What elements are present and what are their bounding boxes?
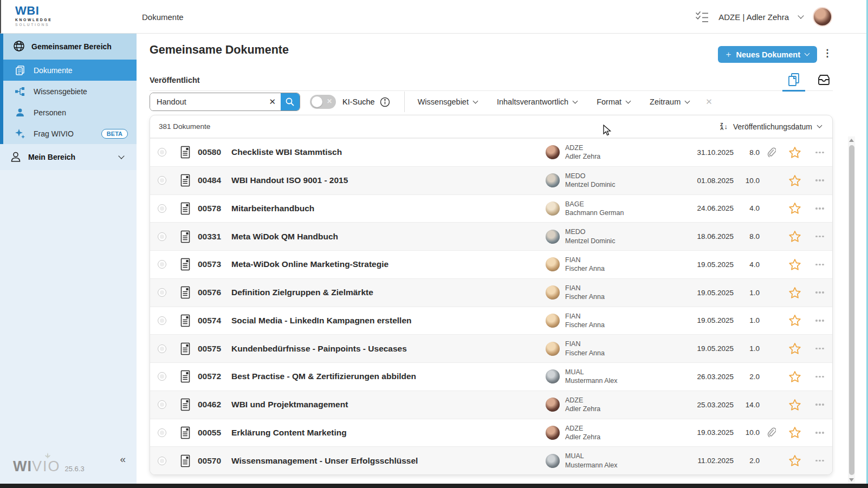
row-kebab-menu[interactable]: [807, 460, 832, 462]
row-radio[interactable]: [158, 457, 166, 465]
row-radio[interactable]: [158, 232, 166, 241]
user-avatar[interactable]: [813, 7, 832, 27]
document-file-icon: [174, 454, 198, 467]
info-icon[interactable]: [380, 97, 390, 107]
row-kebab-menu[interactable]: [807, 432, 832, 434]
filter-inhaltsverantwortlich[interactable]: Inhaltsverantwortlich: [497, 97, 577, 106]
sidebar-item-label: Wissensgebiete: [34, 87, 87, 96]
table-row[interactable]: 00331 Meta WiDok QM Handbuch MEDO Mentze…: [150, 222, 832, 250]
tab-archive-view[interactable]: [817, 73, 831, 87]
table-row[interactable]: 00573 Meta-WiDok Online Marketing-Strate…: [150, 250, 832, 278]
person-name: Fischer Anna: [565, 264, 605, 273]
row-kebab-menu[interactable]: [807, 152, 832, 154]
favorite-star-icon[interactable]: [782, 399, 807, 411]
filter-wissensgebiet[interactable]: Wissensgebiet: [418, 97, 477, 106]
person-name: Adler Zehra: [565, 405, 600, 413]
scrollbar-thumb[interactable]: [849, 145, 854, 475]
row-kebab-menu[interactable]: [807, 179, 832, 181]
scrollbar-down-arrow[interactable]: [848, 476, 855, 484]
favorite-star-icon[interactable]: [782, 454, 807, 467]
document-title: Mitarbeiterhandbuch: [229, 204, 546, 213]
document-file-icon: [174, 146, 198, 159]
row-kebab-menu[interactable]: [807, 236, 832, 238]
filter-label: Wissensgebiet: [418, 97, 469, 106]
sidebar-item-frag-wivio[interactable]: Frag WIVIO BETA: [3, 123, 137, 144]
row-radio[interactable]: [158, 400, 166, 409]
search-clear-icon[interactable]: ✕: [264, 93, 281, 110]
list-scrollbar[interactable]: [848, 136, 855, 484]
table-row[interactable]: 00484 WBI Handout ISO 9001 - 2015 MEDO M…: [150, 166, 832, 194]
row-kebab-menu[interactable]: [807, 404, 832, 406]
row-radio[interactable]: [158, 316, 166, 325]
page-title: Gemeinsame Dokumente: [150, 43, 289, 57]
search-input[interactable]: [150, 93, 264, 110]
favorite-star-icon[interactable]: [782, 370, 807, 383]
version-number: 1.0: [734, 316, 760, 324]
tab-documents-view[interactable]: [787, 72, 801, 87]
row-radio[interactable]: [158, 148, 166, 157]
favorite-star-icon[interactable]: [782, 287, 807, 299]
scrollbar-up-arrow[interactable]: [848, 136, 855, 144]
user-menu-chevron-down-icon[interactable]: [798, 12, 804, 18]
filter-zeitraum[interactable]: Zeitraum: [650, 97, 689, 106]
responsible-person: MUAL Mustermann Alex: [546, 452, 684, 470]
search-button[interactable]: [281, 93, 300, 110]
sidebar-section-mein-bereich[interactable]: Mein Bereich: [0, 144, 137, 170]
favorite-star-icon[interactable]: [782, 146, 807, 159]
row-kebab-menu[interactable]: [807, 320, 832, 322]
row-radio[interactable]: [158, 288, 166, 297]
document-list: 00580 Checkliste WBI Stammtisch ADZE Adl…: [150, 138, 832, 474]
sidebar-section-gemeinsamer-bereich[interactable]: Gemeinsamer Bereich: [3, 34, 137, 60]
page-kebab-menu-icon[interactable]: ⋮: [822, 48, 832, 58]
document-file-icon: [174, 370, 198, 383]
table-row[interactable]: 00055 Erklärung Content Marketing ADZE A…: [150, 419, 832, 447]
row-kebab-menu[interactable]: [807, 376, 832, 378]
sidebar-section-label: Mein Bereich: [28, 153, 75, 161]
favorite-star-icon[interactable]: [782, 230, 807, 243]
avatar: [546, 454, 560, 468]
row-kebab-menu[interactable]: [807, 207, 832, 210]
sort-control[interactable]: Z A ↓ Veröffentlichungsdatum: [720, 122, 821, 131]
sidebar: Gemeinsamer Bereich Dokumente: [0, 34, 137, 484]
tab-veroeffentlicht[interactable]: Veröffentlicht: [150, 76, 200, 84]
sidebar-item-wissensgebiete[interactable]: Wissensgebiete: [3, 81, 137, 102]
document-number: 00573: [198, 259, 229, 269]
row-radio[interactable]: [158, 260, 166, 269]
tasks-icon[interactable]: [696, 11, 709, 23]
table-row[interactable]: 00576 Definition Zielgruppen & Zielmärkt…: [150, 278, 832, 307]
wivio-footer-logo: WI VIO 25.6.3: [13, 458, 85, 475]
person-code: FIAN: [565, 312, 605, 321]
sidebar-collapse-button[interactable]: «: [120, 453, 126, 465]
row-radio[interactable]: [158, 372, 166, 381]
person-outline-icon: [10, 151, 22, 163]
favorite-star-icon[interactable]: [782, 258, 807, 271]
table-row[interactable]: 00462 WBI und Projektmanagement ADZE Adl…: [150, 391, 832, 419]
row-kebab-menu[interactable]: [807, 264, 832, 266]
favorite-star-icon[interactable]: [782, 202, 807, 214]
favorite-star-icon[interactable]: [782, 426, 807, 439]
row-radio[interactable]: [158, 204, 166, 213]
favorite-star-icon[interactable]: [782, 342, 807, 355]
ki-suche-toggle[interactable]: ✕: [310, 95, 336, 109]
row-radio[interactable]: [158, 428, 166, 437]
table-row[interactable]: 00580 Checkliste WBI Stammtisch ADZE Adl…: [150, 138, 832, 166]
row-radio[interactable]: [158, 344, 166, 353]
favorite-star-icon[interactable]: [782, 174, 807, 187]
table-row[interactable]: 00574 Social Media - LinkedIn Kampagnen …: [150, 307, 832, 335]
filter-clear-icon[interactable]: ✕: [705, 97, 712, 107]
table-row[interactable]: 00570 Wissensmanagement - Unser Erfolgss…: [150, 446, 832, 474]
row-kebab-menu[interactable]: [807, 348, 832, 350]
favorite-star-icon[interactable]: [782, 314, 807, 327]
document-file-icon: [174, 202, 198, 215]
sidebar-item-dokumente[interactable]: Dokumente: [3, 60, 137, 81]
row-kebab-menu[interactable]: [807, 291, 832, 294]
table-row[interactable]: 00572 Best Practise - QM & Zertifizierun…: [150, 362, 832, 391]
row-radio[interactable]: [158, 176, 166, 185]
document-title: WBI und Projektmanagement: [229, 400, 546, 409]
table-row[interactable]: 00578 Mitarbeiterhandbuch BAGE Bachmann …: [150, 194, 832, 223]
sidebar-item-personen[interactable]: Personen: [3, 102, 137, 123]
user-menu-label[interactable]: ADZE | Adler Zehra: [718, 12, 789, 22]
table-row[interactable]: 00575 Kundenbedürfnisse - Painpoints - U…: [150, 334, 832, 362]
new-document-button[interactable]: + Neues Dokument: [718, 46, 817, 63]
filter-format[interactable]: Format: [597, 97, 630, 106]
